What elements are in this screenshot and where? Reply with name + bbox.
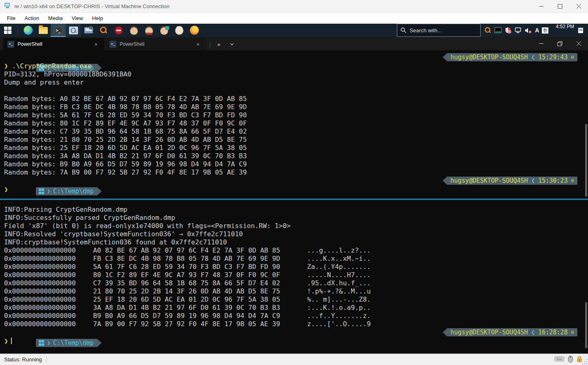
- hexdump-row: 0x00000000000000003A A8 DA D1 4B B2 21 9…: [4, 304, 588, 312]
- taskbar-no-entry-tool[interactable]: [111, 24, 126, 37]
- tab-close-icon[interactable]: ×: [91, 40, 101, 49]
- clock-icon: ⊙: [571, 328, 574, 336]
- chevron-left-icon: ❮: [531, 328, 535, 336]
- prompt-input-line[interactable]: ❯: [4, 186, 588, 194]
- windows-terminal: >_ PowerShell × >_ PowerShell × +: [0, 37, 588, 354]
- output-line: Random bytes: 21 80 70 25 2D 2B 14 3F 26…: [4, 136, 588, 144]
- output-line: Random bytes: FB C3 8E DC 4B 98 78 B8 05…: [4, 103, 588, 111]
- tab-dropdown-button[interactable]: [226, 39, 238, 49]
- minimize-button[interactable]: [532, 0, 550, 13]
- scrollbar-thumb[interactable]: [585, 124, 587, 197]
- new-tab-button[interactable]: +: [213, 39, 225, 49]
- firefox-icon: [190, 26, 199, 35]
- terminal-screen: ❯ C:\Temp\dmp hugsy@DESKTOP-SOUQ4SH ❮ 15…: [0, 50, 588, 354]
- volume-muted-icon[interactable]: [525, 27, 532, 34]
- powershell-icon: >_: [7, 41, 14, 48]
- output-line: PID=3132, hProv=00000188D6391BA0: [4, 70, 588, 78]
- clock-icon: ⊙: [571, 53, 574, 61]
- output-line: Field 'x87' (bit 0) is read-onlyx1e74000…: [4, 222, 588, 230]
- prompt-user: hugsy@DESKTOP-SOUQ4SH: [450, 53, 528, 61]
- output-line: Random bytes: 5A 61 7F C6 28 ED 59 34 70…: [4, 111, 588, 119]
- terminal-restore-button[interactable]: [550, 37, 569, 50]
- taskbar-search-box[interactable]: Search with...: [397, 24, 481, 37]
- output-line: Random bytes: C7 39 35 BD 96 64 58 1B 68…: [4, 128, 588, 136]
- hexdump-row: 0x0000000000000000B9 B0 A9 66 D5 D7 59 8…: [4, 312, 588, 320]
- mouse-icon: [568, 356, 573, 364]
- scrollbar-thumb[interactable]: [585, 302, 587, 348]
- menu-media[interactable]: Media: [44, 14, 67, 22]
- output-line: Random bytes: A0 82 BE 67 AB 92 07 97 6C…: [4, 95, 588, 103]
- taskbar-system-monitor[interactable]: [81, 24, 96, 37]
- right-prompt-badge: hugsy@DESKTOP-SOUQ4SH ❮ 15:29:43 ⊙: [443, 53, 577, 61]
- hexdump-row: 0x000000000000000021 80 70 25 2D 2B 14 3…: [4, 287, 588, 296]
- notification-center-icon[interactable]: [578, 27, 586, 34]
- taskbar-clock[interactable]: 4:52 PM: [552, 24, 578, 37]
- terminal-minimize-button[interactable]: [532, 37, 550, 50]
- terminal-close-button[interactable]: [569, 37, 588, 50]
- prompt-time: 15:30:23: [538, 177, 568, 185]
- taskbar-anime-app[interactable]: [172, 24, 187, 37]
- vm-titlebar: re / win10-x64 on DESKTOP-CHRIS - Virtua…: [0, 0, 588, 13]
- no-entry-icon: [114, 26, 123, 35]
- right-prompt-badge: hugsy@DESKTOP-SOUQ4SH ❮ 16:28:28 ⊙: [443, 328, 577, 336]
- taskbar-edge[interactable]: [20, 24, 36, 37]
- prompt-line: ❯ C:\Temp\dmp hugsy@DESKTOP-SOUQ4SH ❮ 16…: [4, 328, 588, 337]
- cutter-head-icon: [160, 26, 168, 35]
- command-text: .\CryptGenRandom.exe: [12, 62, 92, 70]
- hexdump-row: 0x000000000000000025 EF 18 20 6D 5D AC E…: [4, 296, 588, 304]
- edge-icon: [24, 26, 33, 35]
- tray-search-icon[interactable]: [484, 27, 491, 34]
- tab-powershell-1[interactable]: >_ PowerShell ×: [3, 38, 105, 50]
- taskbar-ida-2[interactable]: [141, 24, 156, 37]
- taskbar-cutter[interactable]: [156, 24, 172, 37]
- hexdump-row: 0x00000000000000007A B9 00 F7 92 5B 27 9…: [4, 320, 588, 328]
- prompt-input-line[interactable]: ❯: [4, 337, 588, 345]
- tab-powershell-2[interactable]: >_ PowerShell ×: [105, 38, 207, 50]
- output-line: INFO:Successfully parsed CryptGenRandom.…: [4, 214, 588, 222]
- terminal-icon: >_: [54, 27, 63, 34]
- output-line: [4, 87, 588, 95]
- taskbar-file-explorer[interactable]: [36, 24, 51, 37]
- taskbar-terminal[interactable]: >_: [51, 24, 66, 37]
- taskbar-everything-search[interactable]: [96, 24, 111, 37]
- output-line: INFO:cryptbase!SystemFunction036 found a…: [4, 238, 588, 246]
- status-text: Status: Running: [0, 356, 46, 363]
- menu-action[interactable]: Action: [20, 14, 44, 22]
- ime-latin-indicator[interactable]: A: [535, 27, 539, 34]
- menu-view[interactable]: View: [67, 14, 88, 22]
- debugger-icon: [69, 27, 78, 34]
- orange-magnifier-icon: [100, 26, 108, 34]
- menu-help[interactable]: Help: [87, 14, 107, 22]
- monitor-gear-icon: [84, 27, 93, 34]
- ime-korean-indicator[interactable]: 한: [542, 27, 548, 34]
- taskbar-ida-1[interactable]: [126, 24, 141, 37]
- chevron-left-icon: ❮: [531, 177, 535, 185]
- menu-file[interactable]: File: [2, 14, 20, 22]
- taskbar-x64dbg[interactable]: [66, 24, 81, 37]
- folder-icon: [39, 27, 48, 34]
- prompt-line: ❯ C:\Temp\dmp hugsy@DESKTOP-SOUQ4SH ❮ 15…: [4, 177, 588, 185]
- vm-statusbar: Status: Running: [0, 354, 588, 365]
- network-icon[interactable]: [514, 27, 522, 34]
- right-prompt-badge: hugsy@DESKTOP-SOUQ4SH ❮ 15:30:23 ⊙: [443, 177, 577, 185]
- terminal-tabbar: >_ PowerShell × >_ PowerShell × +: [0, 37, 588, 50]
- close-button[interactable]: [569, 0, 588, 13]
- output-line: Random bytes: B9 B0 A9 66 D5 D7 59 89 19…: [4, 160, 588, 168]
- taskbar-firefox[interactable]: [187, 24, 202, 37]
- resize-grip[interactable]: [582, 359, 587, 364]
- command-line: ❯ .\CryptGenRandom.exe: [4, 62, 588, 70]
- clock-icon: ⊙: [571, 177, 574, 185]
- output-line: Random bytes: 3A A8 DA D1 4B B2 21 97 6F…: [4, 152, 588, 160]
- output-line: INFO:Resolved 'cryptbase!SystemFunction0…: [4, 230, 588, 238]
- tray-display-icon[interactable]: [494, 27, 501, 34]
- terminal-pane-top: ❯ C:\Temp\dmp hugsy@DESKTOP-SOUQ4SH ❮ 15…: [0, 50, 588, 198]
- prompt-time: 16:28:28: [538, 328, 568, 336]
- hexdump-row: 0x0000000000000000C7 39 35 BD 96 64 58 1…: [4, 279, 588, 287]
- hexdump-row: 0x000000000000000080 1C F2 89 EF 4E 9C A…: [4, 271, 588, 279]
- terminal-pane-bottom: INFO:Parsing CryptGenRandom.dmp INFO:Suc…: [0, 200, 588, 352]
- maximize-button[interactable]: [550, 0, 569, 13]
- defender-alert-icon[interactable]: [504, 27, 512, 34]
- start-button[interactable]: [0, 24, 15, 37]
- prompt-time: 15:29:43: [538, 53, 568, 61]
- tab-close-icon[interactable]: ×: [193, 40, 203, 49]
